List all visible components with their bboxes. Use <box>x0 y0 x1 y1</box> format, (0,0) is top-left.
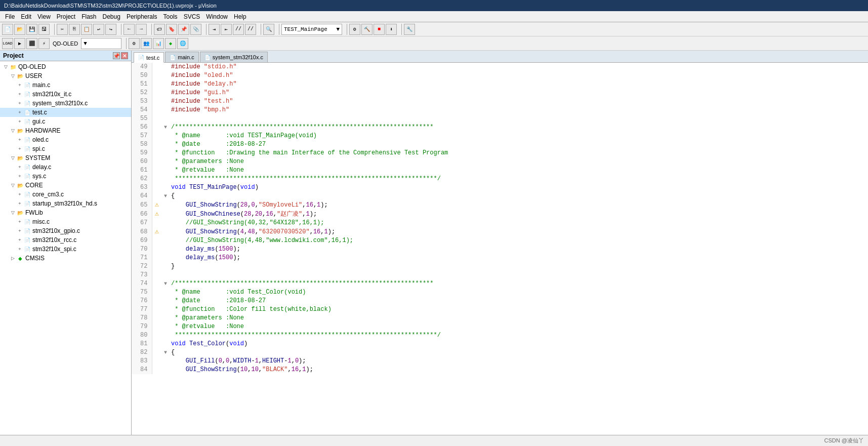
menu-file[interactable]: File <box>2 12 18 21</box>
target-dropdown[interactable]: TEST_MainPage ▼ <box>281 24 342 35</box>
line-79: 79 * @retvalue :None <box>132 322 868 331</box>
tree-file-spi2-c[interactable]: + 📄 stm32f10x_spi.c <box>0 245 131 254</box>
menu-window[interactable]: Window <box>203 12 231 21</box>
bookmark4-button[interactable]: 📎 <box>190 24 201 35</box>
nav-forward-button[interactable]: → <box>136 24 147 35</box>
rebuild-button[interactable]: 🔨 <box>361 24 373 35</box>
line-61: 61 * @retvalue :None <box>132 166 868 175</box>
event-button[interactable]: 📊 <box>153 38 164 49</box>
tree-file-main-c[interactable]: + 📄 main.c <box>0 80 131 90</box>
tree-file-system-stm32[interactable]: + 📄 system_stm32f10x.c <box>0 99 131 108</box>
stop-button[interactable]: ■ <box>374 24 385 35</box>
line-71: 71 delay_ms(1500); <box>132 254 868 262</box>
bookmark1-button[interactable]: 🏷 <box>154 24 165 35</box>
comment-button[interactable]: // <box>233 24 244 35</box>
save-all-button[interactable]: 🖫 <box>38 24 50 35</box>
menu-help[interactable]: Help <box>231 12 250 21</box>
tree-file-sys-c[interactable]: + 📄 sys.c <box>0 172 131 181</box>
tree-file-startup[interactable]: + 📄 startup_stm32f10x_hd.s <box>0 199 131 208</box>
menu-flash[interactable]: Flash <box>78 12 99 21</box>
tree-group-user[interactable]: ▽ 📂 USER <box>0 71 131 80</box>
pin-button[interactable]: 📌 <box>113 52 120 59</box>
menu-view[interactable]: View <box>34 12 54 21</box>
tree-file-rcc-c[interactable]: + 📄 stm32f10x_rcc.c <box>0 235 131 245</box>
tree-group-hardware[interactable]: ▽ 📂 HARDWARE <box>0 126 131 135</box>
tree-file-core-cm3[interactable]: + 📄 core_cm3.c <box>0 190 131 199</box>
code-table: 49 #include "stdio.h" 50 #include "oled.… <box>132 63 868 374</box>
line-74: 74 ▼ /**********************************… <box>132 279 868 288</box>
target-options-button[interactable]: ⚙ <box>129 38 140 49</box>
separator4 <box>203 24 206 35</box>
unindent-button[interactable]: ⇤ <box>221 24 232 35</box>
tab-main-c[interactable]: 📄 main.c <box>165 52 198 62</box>
indent-button[interactable]: ⇥ <box>209 24 220 35</box>
debug2-button[interactable]: ⬛ <box>26 38 37 49</box>
debug1-button[interactable]: ▶ <box>14 38 25 49</box>
tree-file-gui-c[interactable]: + 📄 gui.c <box>0 117 131 126</box>
gem-button[interactable]: ◆ <box>165 38 176 49</box>
find-button[interactable]: 🔍 <box>263 24 274 35</box>
line-72: 72 } <box>132 262 868 271</box>
separator3 <box>149 24 152 35</box>
line-75: 75 * @name :void Test_Color(void) <box>132 288 868 297</box>
line-56: 56 ▼ /**********************************… <box>132 123 868 132</box>
extra-button[interactable]: 🌐 <box>177 38 188 49</box>
tab-system-c[interactable]: 📄 system_stm32f10x.c <box>200 52 268 62</box>
tree-group-core[interactable]: ▽ 📂 CORE <box>0 181 131 190</box>
project-tree: ▽ 📁 QD-OLED ▽ 📂 USER + 📄 main.c + 📄 <box>0 61 131 435</box>
line-78: 78 * @parameters :None <box>132 314 868 322</box>
separator5 <box>258 24 261 35</box>
menu-debug[interactable]: Debug <box>100 12 123 21</box>
debug3-button[interactable]: ⚡ <box>38 38 50 49</box>
code-editor[interactable]: 49 #include "stdio.h" 50 #include "oled.… <box>132 63 868 435</box>
paste-button[interactable]: 📋 <box>81 24 92 35</box>
tree-file-test-c[interactable]: + 📄 test.c <box>0 108 131 117</box>
tree-root[interactable]: ▽ 📁 QD-OLED <box>0 62 131 71</box>
tab-label-system: system_stm32f10x.c <box>213 54 263 60</box>
build-button[interactable]: ⚙ <box>349 24 360 35</box>
menu-tools[interactable]: Tools <box>160 12 181 21</box>
tab-icon-main: 📄 <box>170 55 176 60</box>
line-81: 81 void Test_Color(void) <box>132 340 868 348</box>
nav-back-button[interactable]: ← <box>123 24 135 35</box>
tree-file-oled-c[interactable]: + 📄 oled.c <box>0 135 131 144</box>
menu-svcs[interactable]: SVCS <box>181 12 203 21</box>
load-button[interactable]: LOAD <box>2 38 13 49</box>
tab-test-c[interactable]: 📄 test.c <box>134 52 164 63</box>
tree-file-spi-c[interactable]: + 📄 spi.c <box>0 144 131 153</box>
menu-peripherals[interactable]: Peripherals <box>123 12 160 21</box>
cut-button[interactable]: ✂ <box>57 24 68 35</box>
undo-button[interactable]: ↩ <box>93 24 104 35</box>
settings-button[interactable]: 🔧 <box>404 24 415 35</box>
uncomment-button[interactable]: // <box>245 24 256 35</box>
tab-label-main: main.c <box>178 54 194 60</box>
line-73: 73 <box>132 271 868 279</box>
menu-edit[interactable]: Edit <box>18 12 34 21</box>
tree-group-cmsis[interactable]: ▷ ◆ CMSIS <box>0 254 131 263</box>
copy-button[interactable]: ⎘ <box>69 24 80 35</box>
separator6 <box>276 24 279 35</box>
tree-group-system[interactable]: ▽ 📂 SYSTEM <box>0 153 131 163</box>
save-button[interactable]: 💾 <box>26 24 37 35</box>
tree-file-misc-c[interactable]: + 📄 misc.c <box>0 217 131 226</box>
manage-button[interactable]: 👥 <box>141 38 152 49</box>
close-panel-button[interactable]: ✕ <box>121 52 128 59</box>
line-82: 82 ▼ { <box>132 348 868 357</box>
line-83: 83 GUI_Fill(0,0,WIDTH-1,HEIGHT-1,0); <box>132 357 868 366</box>
menu-project[interactable]: Project <box>54 12 78 21</box>
open-file-button[interactable]: 📂 <box>14 24 25 35</box>
new-file-button[interactable]: 📄 <box>2 24 13 35</box>
tree-file-stm32f10x-it[interactable]: + 📄 stm32f10x_it.c <box>0 90 131 99</box>
tree-file-delay-c[interactable]: + 📄 delay.c <box>0 163 131 172</box>
line-53: 53 #include "test.h" <box>132 97 868 106</box>
tab-bar: 📄 test.c 📄 main.c 📄 system_stm32f10x.c <box>132 51 868 63</box>
bookmark3-button[interactable]: 📌 <box>178 24 189 35</box>
tab-icon-system: 📄 <box>204 55 211 60</box>
bookmark2-button[interactable]: 🔖 <box>166 24 177 35</box>
project-dropdown[interactable]: ▼ <box>81 38 121 49</box>
tree-file-gpio-c[interactable]: + 📄 stm32f10x_gpio.c <box>0 226 131 235</box>
tree-group-fwlib[interactable]: ▽ 📂 FWLib <box>0 208 131 217</box>
line-65: 65 ⚠ GUI_ShowString(28,0,"SOmyloveLi",16… <box>132 200 868 210</box>
redo-button[interactable]: ↪ <box>105 24 116 35</box>
download-button[interactable]: ⬇ <box>386 24 397 35</box>
